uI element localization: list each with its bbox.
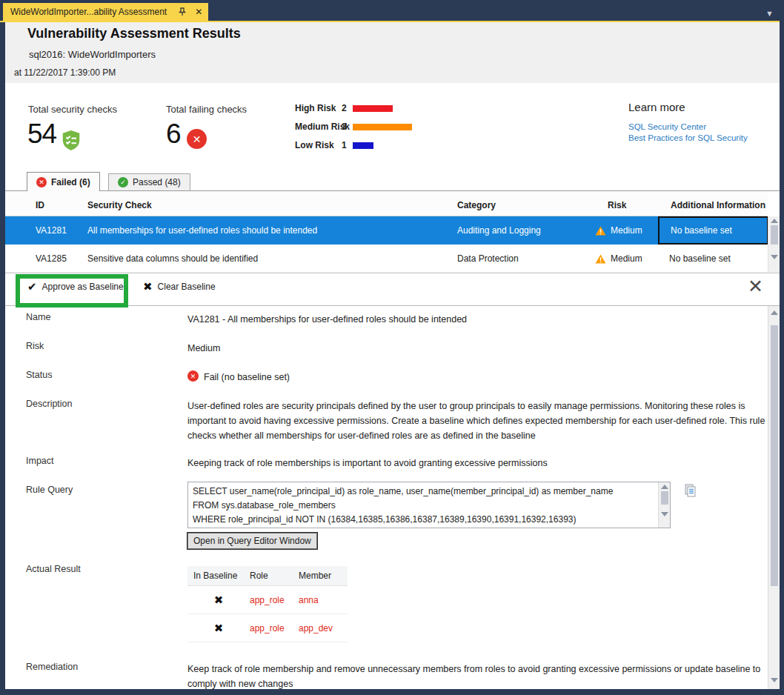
document-tab-label: WideWorldImporter...ability Assessment bbox=[10, 7, 167, 17]
risk-value: Medium bbox=[187, 341, 767, 356]
not-in-baseline-icon: ✖ bbox=[187, 622, 250, 635]
low-risk-bar bbox=[353, 142, 373, 149]
learn-more-title: Learn more bbox=[628, 101, 685, 113]
row-check: All memberships for user-defined roles s… bbox=[87, 216, 317, 245]
result-row-anna[interactable]: ✖ app_role anna bbox=[187, 586, 348, 614]
col-category: Category bbox=[457, 200, 496, 210]
scroll-up-icon[interactable] bbox=[661, 485, 668, 489]
scroll-down-icon[interactable] bbox=[661, 512, 668, 516]
rule-query-label: Rule Query bbox=[26, 485, 73, 495]
result-row-app-dev[interactable]: ✖ app_role app_dev bbox=[187, 614, 348, 642]
total-checks-label: Total security checks bbox=[28, 104, 117, 115]
legend-row-high: High Risk 2 bbox=[295, 103, 458, 118]
status-label: Status bbox=[26, 370, 52, 380]
remediation-label: Remediation bbox=[26, 662, 78, 672]
scroll-down-icon[interactable] bbox=[771, 678, 778, 682]
copy-query-icon[interactable] bbox=[683, 483, 698, 498]
row-category: Data Protection bbox=[457, 245, 519, 273]
details-scrollbar[interactable] bbox=[768, 306, 780, 689]
status-fail-icon: ✕ bbox=[187, 370, 199, 382]
row-category: Auditing and Logging bbox=[457, 216, 541, 245]
results-content: Total security checks 54 Total failing c… bbox=[5, 83, 780, 689]
security-shield-icon bbox=[60, 129, 82, 154]
page-title: Vulnerability Assessment Results bbox=[27, 26, 241, 41]
total-checks-value: 54 bbox=[27, 119, 56, 150]
low-risk-count: 1 bbox=[342, 140, 347, 150]
name-value: VA1281 - All memberships for user-define… bbox=[187, 312, 767, 327]
legend-row-low: Low Risk 1 bbox=[295, 140, 458, 155]
best-practices-link[interactable]: Best Practices for SQL Security bbox=[628, 133, 748, 142]
description-label: Description bbox=[26, 399, 73, 409]
name-label: Name bbox=[26, 312, 50, 322]
col-risk: Risk bbox=[608, 200, 626, 210]
scrollbar-thumb[interactable] bbox=[771, 225, 778, 245]
row-info: No baseline set bbox=[669, 245, 731, 273]
actual-result-table: In Baseline Role Member ✖ app_role anna … bbox=[187, 566, 348, 642]
medium-risk-count: 3 bbox=[342, 122, 347, 132]
high-risk-label: High Risk bbox=[295, 103, 336, 113]
open-query-editor-button[interactable]: Open in Query Editor Window bbox=[187, 533, 317, 549]
description-value: User-defined roles are security principa… bbox=[187, 399, 767, 443]
row-id: VA1281 bbox=[36, 216, 67, 245]
col-in-baseline: In Baseline bbox=[187, 571, 250, 581]
col-role: Role bbox=[250, 571, 299, 581]
legend-row-medium: Medium Risk 3 bbox=[295, 122, 458, 136]
clear-label: Clear Baseline bbox=[158, 282, 216, 292]
actual-result-header: In Baseline Role Member bbox=[187, 566, 348, 586]
row-risk: Medium bbox=[595, 245, 642, 273]
fail-circle-icon: ✕ bbox=[187, 129, 207, 149]
impact-value: Keeping track of role memberships is imp… bbox=[187, 456, 767, 470]
grid-bottom-divider bbox=[5, 273, 780, 273]
failed-tab-icon: ✕ bbox=[36, 177, 47, 187]
col-additional-info: Additional Information bbox=[671, 200, 765, 210]
row-risk: Medium bbox=[595, 216, 642, 245]
remediation-value: Keep track of role membership and remove… bbox=[187, 662, 767, 689]
scan-timestamp: at 11/22/2017 1:39:00 PM bbox=[14, 67, 116, 78]
tab-failed[interactable]: ✕ Failed (6) bbox=[27, 172, 100, 191]
high-risk-count: 2 bbox=[342, 103, 347, 113]
impact-label: Impact bbox=[26, 456, 54, 466]
rule-query-scrollbar[interactable] bbox=[658, 482, 670, 528]
col-id: ID bbox=[36, 200, 44, 210]
scroll-down-icon[interactable] bbox=[771, 255, 778, 259]
status-value: Fail (no baseline set) bbox=[204, 370, 780, 385]
results-header: Vulnerability Assessment Results sql2016… bbox=[5, 22, 780, 83]
grid-header-row: ID Security Check Category Risk Addition… bbox=[5, 191, 768, 216]
scroll-up-icon[interactable] bbox=[771, 310, 778, 315]
table-row-va1285[interactable]: VA1285 Sensitive data columns should be … bbox=[5, 245, 768, 273]
scrollbar-thumb[interactable] bbox=[771, 325, 778, 586]
warning-icon bbox=[595, 254, 606, 264]
col-security-check: Security Check bbox=[87, 200, 152, 210]
col-member: Member bbox=[299, 571, 348, 581]
scroll-up-icon[interactable] bbox=[771, 219, 778, 223]
scrollbar-thumb[interactable] bbox=[661, 491, 668, 505]
tab-passed[interactable]: ✓ Passed (48) bbox=[108, 173, 190, 191]
row-check: Sensitive data columns should be identif… bbox=[87, 245, 258, 273]
actual-result-label: Actual Result bbox=[26, 564, 81, 574]
table-row-va1281[interactable]: VA1281 All memberships for user-defined … bbox=[5, 216, 768, 245]
scan-target: sql2016: WideWorldImporters bbox=[29, 49, 156, 60]
risk-label: Risk bbox=[26, 341, 44, 351]
document-tab[interactable]: WideWorldImporter...ability Assessment ✕ bbox=[3, 3, 208, 21]
tab-close-icon[interactable]: ✕ bbox=[195, 7, 202, 16]
approve-highlight-annotation bbox=[16, 274, 128, 307]
low-risk-label: Low Risk bbox=[295, 140, 334, 150]
warning-icon bbox=[595, 226, 606, 236]
pin-icon[interactable] bbox=[177, 7, 187, 17]
document-tab-bar: WideWorldImporter...ability Assessment ✕… bbox=[0, 0, 784, 21]
clear-baseline-button[interactable]: ✖ Clear Baseline bbox=[143, 280, 216, 293]
sql-security-center-link[interactable]: SQL Security Center bbox=[628, 122, 706, 131]
grid-scrollbar[interactable] bbox=[768, 216, 780, 273]
row-info-focused-cell[interactable]: No baseline set bbox=[658, 216, 768, 245]
not-in-baseline-icon: ✖ bbox=[187, 593, 250, 607]
details-close-icon[interactable]: ✕ bbox=[748, 277, 763, 296]
rule-query-textbox[interactable]: SELECT user_name(role_principal_id) as r… bbox=[187, 482, 671, 528]
high-risk-bar bbox=[353, 105, 393, 112]
passed-tab-icon: ✓ bbox=[118, 177, 128, 187]
passed-tab-label: Passed bbox=[133, 177, 162, 187]
tab-list-dropdown-icon[interactable]: ▼ bbox=[765, 9, 774, 18]
rule-query-text: SELECT user_name(role_principal_id) as r… bbox=[188, 482, 657, 528]
row-id: VA1285 bbox=[36, 245, 67, 273]
vulnerability-assessment-window: WideWorldImporter...ability Assessment ✕… bbox=[0, 0, 784, 695]
failed-tab-label: Failed bbox=[51, 177, 77, 187]
